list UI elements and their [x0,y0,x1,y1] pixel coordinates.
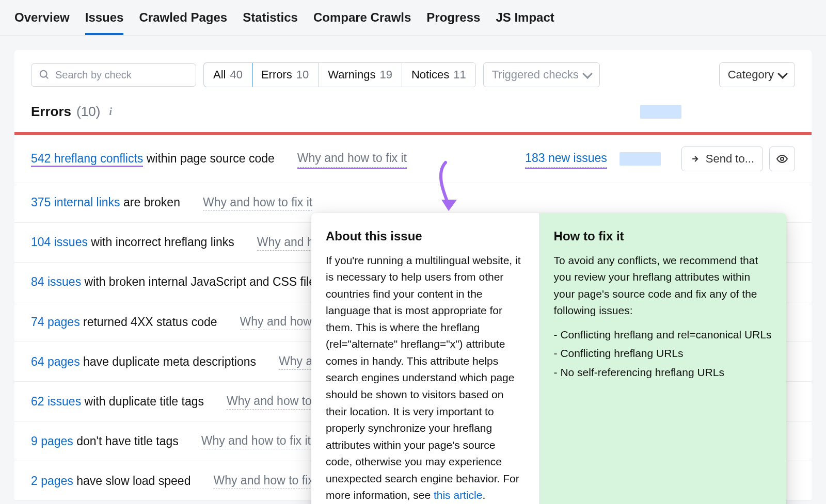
issue-link[interactable]: 64 pages [31,355,80,368]
fix-item: - Conflicting hreflang and rel=canonical… [554,327,772,344]
eye-icon [776,154,788,164]
svg-line-1 [46,76,48,78]
issue-link[interactable]: 74 pages [31,315,80,329]
tab-crawled-pages[interactable]: Crawled Pages [139,9,227,35]
category-label: Category [728,67,774,83]
tab-js-impact[interactable]: JS Impact [496,9,554,35]
issue-link[interactable]: 2 pages [31,474,73,487]
popover-about: About this issue If you're running a mul… [311,213,539,504]
fix-intro: To avoid any conflicts, we recommend tha… [554,252,772,319]
tab-compare-crawls[interactable]: Compare Crawls [313,9,411,35]
info-icon[interactable]: i [105,107,116,117]
issue-link[interactable]: 9 pages [31,434,73,448]
popover-fix: How to fix it To avoid any conflicts, we… [539,213,786,504]
filter-warnings[interactable]: Warnings19 [319,63,402,87]
filter-all[interactable]: All40 [203,62,252,87]
why-and-how-link[interactable]: Why and how to fix it [203,194,312,211]
filter-errors[interactable]: Errors10 [252,63,319,87]
section-header: Errors (10) i [14,96,812,132]
search-icon [39,69,50,80]
filter-notices[interactable]: Notices11 [402,63,475,87]
fix-item: - Conflicting hreflang URLs [554,345,772,362]
top-tabs: OverviewIssuesCrawled PagesStatisticsCom… [0,0,826,36]
issue-text: have duplicate meta descriptions [80,355,256,368]
tab-statistics[interactable]: Statistics [243,9,298,35]
about-title: About this issue [326,226,525,246]
tab-overview[interactable]: Overview [14,9,70,35]
search-placeholder: Search by check [55,68,132,82]
issue-link[interactable]: 84 issues [31,275,81,288]
chevron-down-icon [582,69,593,79]
issue-text: returned 4XX status code [80,315,217,329]
issue-link[interactable]: 542 hreflang conflicts [31,152,143,166]
share-icon [690,154,701,164]
section-title: Errors [31,103,71,121]
section-count: (10) [76,103,100,121]
issue-link[interactable]: 62 issues [31,395,81,408]
about-body: If you're running a multilingual website… [326,252,525,504]
about-link[interactable]: this article [434,489,483,501]
fix-title: How to fix it [554,226,772,246]
issue-text: are broken [120,196,180,209]
issue-text: with incorrect hreflang links [88,235,234,249]
send-to-button[interactable]: Send to... [681,147,763,171]
new-issues-link[interactable]: 183 new issues [525,150,607,167]
issue-text: don't have title tags [73,434,179,448]
issues-panel: Search by check All40Errors10Warnings19N… [14,50,812,501]
issue-text: with duplicate title tags [81,395,204,408]
triggered-checks-dropdown[interactable]: Triggered checks [483,62,600,87]
filter-segments: All40Errors10Warnings19Notices11 [203,62,476,87]
issue-link[interactable]: 104 issues [31,235,88,249]
fix-item: - No self-referencing hreflang URLs [554,364,772,381]
toolbar: Search by check All40Errors10Warnings19N… [14,50,812,96]
sparkline-placeholder [620,152,661,166]
issue-text: with broken internal JavaScript and CSS … [81,275,321,288]
svg-point-0 [40,71,47,77]
sparkline-placeholder [640,105,681,119]
tab-progress[interactable]: Progress [426,9,480,35]
why-and-how-link[interactable]: Why and how to fix it [213,473,323,489]
issue-popover: About this issue If you're running a mul… [311,213,786,504]
issue-text: within page source code [143,152,274,165]
issue-row: 542 hreflang conflicts within page sourc… [14,135,812,183]
issue-link[interactable]: 375 internal links [31,196,120,209]
chevron-down-icon [777,69,788,79]
why-and-how-link[interactable]: Why and how to fix it [297,150,407,167]
tab-issues[interactable]: Issues [85,9,124,35]
row-actions: Send to... [681,147,795,171]
issue-text: have slow load speed [73,474,191,487]
fix-items: - Conflicting hreflang and rel=canonical… [554,327,772,381]
category-dropdown[interactable]: Category [719,62,795,87]
svg-point-2 [781,157,784,160]
search-input[interactable]: Search by check [31,63,196,87]
hide-button[interactable] [769,147,795,171]
triggered-checks-label: Triggered checks [492,67,579,83]
why-and-how-link[interactable]: Why and how to fix it [201,433,311,449]
